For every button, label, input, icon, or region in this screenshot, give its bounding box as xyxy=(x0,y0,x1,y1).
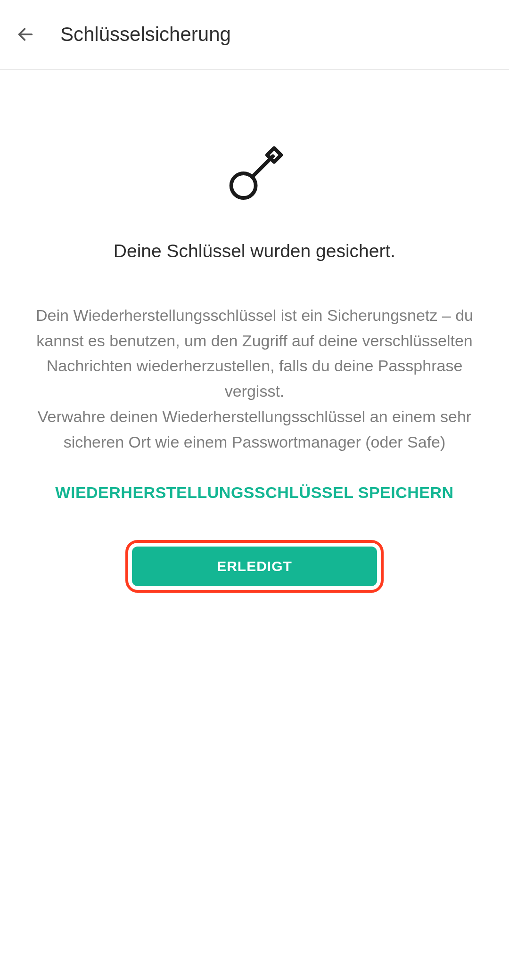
description-text: Dein Wiederherstellungsschlüssel ist ein… xyxy=(23,303,486,455)
done-button[interactable]: ERLEDIGT xyxy=(132,547,377,586)
description-line-2: Verwahre deinen Wiederherstellungsschlüs… xyxy=(23,404,486,455)
save-recovery-key-link[interactable]: WIEDERHERSTELLUNGSSCHLÜSSEL SPEICHERN xyxy=(23,477,486,508)
main-content: Deine Schlüssel wurden gesichert. Dein W… xyxy=(0,70,509,593)
key-icon xyxy=(23,143,486,204)
page-title: Schlüsselsicherung xyxy=(60,23,231,46)
success-message: Deine Schlüssel wurden gesichert. xyxy=(23,241,486,261)
description-line-1: Dein Wiederherstellungsschlüssel ist ein… xyxy=(23,303,486,404)
back-arrow-icon[interactable] xyxy=(14,23,37,46)
button-container: ERLEDIGT xyxy=(23,540,486,593)
done-button-highlight: ERLEDIGT xyxy=(125,540,384,593)
header: Schlüsselsicherung xyxy=(0,0,509,70)
